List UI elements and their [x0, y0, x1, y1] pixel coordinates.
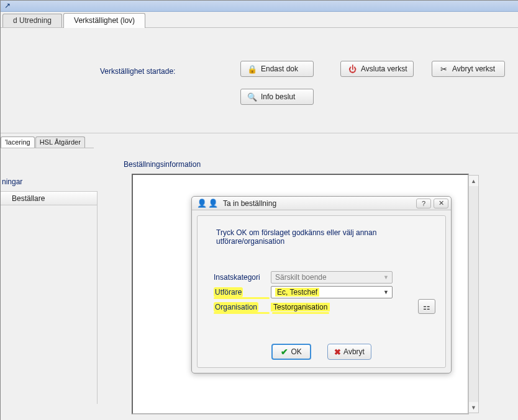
dialog-titlebar[interactable]: 👤 👤 Ta in beställning ? ✕ — [192, 197, 451, 210]
tab-placering[interactable]: 'lacering — [1, 136, 35, 148]
tab-label: HSL Åtgärder — [40, 138, 81, 146]
chevron-down-icon: ▼ — [383, 274, 392, 280]
tab-label: d Utredning — [13, 16, 52, 25]
secondary-tabstrip: 'lacering HSL Åtgärder — [1, 136, 94, 148]
endast-dok-button[interactable]: 🔒 Endast dok — [240, 61, 314, 77]
help-icon: ? — [422, 200, 425, 207]
scroll-up-arrow-icon[interactable]: ▲ — [469, 176, 478, 186]
select-value: Särskilt boende — [275, 273, 327, 282]
organisation-value: Testorganisation — [271, 303, 330, 311]
person-icon: 👤 — [197, 199, 207, 208]
button-label: Avbryt — [343, 347, 365, 356]
chevron-down-icon: ▼ — [383, 289, 392, 295]
lock-icon: 🔒 — [247, 64, 257, 74]
utforare-label: Utförare — [214, 288, 271, 297]
cancel-icon: ✖ — [334, 347, 341, 357]
window-titlebar: ↗ — [1, 1, 518, 12]
help-button[interactable]: ? — [416, 199, 431, 208]
ningar-label: ningar — [2, 177, 22, 186]
person-icon: 👤 — [208, 199, 218, 208]
organisation-label-text: Organisation — [214, 302, 258, 312]
close-button[interactable]: ✕ — [434, 199, 448, 208]
button-label: Avsluta verkst — [361, 65, 407, 73]
toolbar-area: Verkställighet startade: 🔒 Endast dok ⏻ … — [1, 28, 518, 133]
org-tree-icon: ⚏ — [423, 302, 430, 311]
organisation-label: Organisation — [214, 303, 271, 311]
column-header-label: Beställare — [12, 194, 45, 203]
highlight-decoration — [214, 312, 270, 314]
tab-hsl-atgarder[interactable]: HSL Åtgärder — [35, 136, 85, 148]
ta-in-bestallning-dialog: 👤 👤 Ta in beställning ? ✕ Tryck OK om fö… — [191, 196, 452, 373]
insatskategori-row: Insatskategori Särskilt boende ▼ — [214, 270, 393, 284]
ok-button[interactable]: ✔ OK — [271, 344, 311, 360]
utforare-select[interactable]: Ec, Testchef ▼ — [271, 286, 393, 298]
dialog-button-row: ✔ OK ✖ Avbryt — [198, 344, 445, 360]
button-label: Info beslut — [261, 92, 295, 101]
cancel-button[interactable]: ✖ Avbryt — [327, 344, 371, 360]
info-beslut-button[interactable]: 🔍 Info beslut — [240, 89, 314, 105]
tab-utredning[interactable]: d Utredning — [2, 14, 62, 27]
dialog-title: Ta in beställning — [223, 199, 416, 208]
corner-glyph: ↗ — [4, 1, 11, 10]
avbryt-verkst-button[interactable]: ✂ Avbryt verkst — [432, 61, 505, 77]
insatskategori-select: Särskilt boende ▼ — [271, 271, 393, 284]
main-tabstrip: d Utredning Verkställighet (lov) — [1, 12, 518, 28]
bestallningsinformation-title: Beställningsinformation — [124, 160, 201, 169]
dialog-instruction: Tryck OK om förslaget godkänns eller väl… — [216, 228, 433, 246]
tab-label: Verkställighet (lov) — [74, 16, 135, 25]
bestallare-column-header[interactable]: Beställare — [1, 191, 98, 205]
organisation-picker-button[interactable]: ⚏ — [418, 299, 435, 314]
cancel-icon: ✂ — [438, 64, 448, 74]
info-icon: 🔍 — [247, 92, 257, 102]
avsluta-verkst-button[interactable]: ⏻ Avsluta verkst — [340, 61, 414, 77]
bestallare-list[interactable] — [1, 205, 98, 404]
button-label: Avbryt verkst — [452, 65, 495, 73]
tab-label: 'lacering — [5, 138, 30, 146]
vertical-scrollbar[interactable]: ▲ ▼ — [468, 175, 479, 413]
scroll-down-arrow-icon[interactable]: ▼ — [469, 402, 478, 413]
button-label: Endast dok — [261, 65, 298, 73]
highlight-decoration — [272, 312, 329, 314]
tab-verkstallighet[interactable]: Verkställighet (lov) — [63, 13, 145, 28]
insatskategori-label: Insatskategori — [214, 273, 271, 282]
stop-icon: ⏻ — [347, 64, 357, 74]
verkstallighet-start-label: Verkställighet startade: — [100, 67, 175, 76]
check-icon: ✔ — [281, 347, 288, 357]
highlight-decoration — [214, 297, 270, 299]
utforare-label-text: Utförare — [214, 287, 243, 297]
button-label: OK — [291, 347, 301, 356]
select-value: Ec, Testchef — [275, 288, 319, 297]
close-icon: ✕ — [438, 199, 444, 207]
dialog-body: Tryck OK om förslaget godkänns eller väl… — [197, 215, 446, 368]
